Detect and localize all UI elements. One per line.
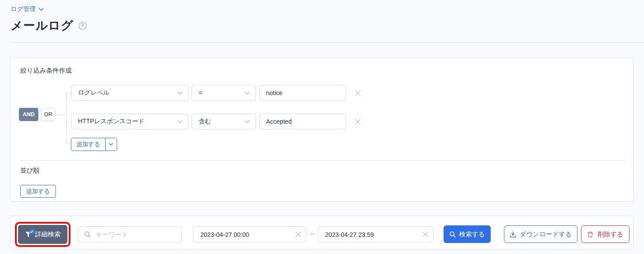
page-title: メールログ bbox=[11, 18, 74, 33]
clear-icon[interactable] bbox=[295, 232, 301, 237]
condition1-field-select[interactable]: ログレベル bbox=[71, 85, 189, 101]
date-from-input[interactable] bbox=[200, 231, 292, 239]
or-toggle-button[interactable]: OR bbox=[41, 108, 55, 121]
chevron-down-icon bbox=[178, 92, 182, 95]
breadcrumb-label: ログ管理 bbox=[11, 5, 36, 13]
add-condition-button[interactable]: 追加する bbox=[71, 138, 105, 151]
condition2-field-select[interactable]: HTTPレスポンスコード bbox=[71, 114, 189, 129]
tree-branch-add bbox=[66, 144, 71, 144]
tree-vertical-line bbox=[66, 93, 67, 144]
download-icon bbox=[510, 231, 516, 238]
search-toolbar: 詳細検索 ~ 検索する ダウンロードする bbox=[10, 216, 633, 250]
condition1-operator-value: = bbox=[199, 89, 202, 96]
search-icon bbox=[449, 231, 456, 238]
add-condition-caret-button[interactable] bbox=[105, 138, 117, 151]
add-condition-split-button: 追加する bbox=[71, 138, 117, 151]
tree-branch-row1 bbox=[66, 93, 71, 93]
chevron-down-icon bbox=[245, 120, 250, 123]
breadcrumb[interactable]: ログ管理 bbox=[11, 5, 44, 13]
delete-button[interactable]: 削除する bbox=[581, 225, 629, 243]
condition2-operator-select[interactable]: 含む bbox=[192, 114, 256, 129]
download-button[interactable]: ダウンロードする bbox=[504, 225, 577, 243]
chevron-down-icon bbox=[109, 143, 113, 146]
section-divider bbox=[20, 160, 625, 161]
chevron-down-icon bbox=[245, 92, 250, 95]
search-icon bbox=[84, 231, 91, 238]
keyword-input[interactable] bbox=[95, 231, 176, 239]
condition1-operator-select[interactable]: = bbox=[192, 85, 256, 101]
date-to-input[interactable] bbox=[324, 231, 420, 239]
tree-branch-logic bbox=[56, 114, 66, 115]
check-badge-icon bbox=[29, 229, 35, 235]
and-toggle-button[interactable]: AND bbox=[19, 108, 38, 121]
delete-button-label: 削除する bbox=[598, 230, 624, 239]
condition1-value-input[interactable] bbox=[259, 85, 346, 101]
download-button-label: ダウンロードする bbox=[520, 230, 572, 239]
sort-section-title: 並び順 bbox=[20, 166, 40, 175]
advanced-search-button[interactable]: 詳細検索 bbox=[18, 225, 67, 244]
condition1-remove-icon[interactable] bbox=[353, 88, 363, 98]
search-button[interactable]: 検索する bbox=[444, 225, 491, 243]
filter-panel: 絞り込み条件作成 AND OR ログレベル = HTTPレスポンスコード 含む bbox=[10, 57, 633, 202]
condition2-field-value: HTTPレスポンスコード bbox=[78, 118, 144, 125]
chevron-down-icon bbox=[39, 8, 44, 11]
condition2-operator-value: 含む bbox=[199, 118, 211, 125]
filter-funnel-icon bbox=[25, 232, 32, 238]
clear-icon[interactable] bbox=[422, 232, 428, 237]
header-divider bbox=[10, 42, 644, 43]
date-range-separator: ~ bbox=[306, 226, 318, 243]
title-row: メールログ ? bbox=[11, 18, 87, 33]
filter-panel-title: 絞り込み条件作成 bbox=[20, 66, 72, 75]
help-icon[interactable]: ? bbox=[78, 22, 87, 30]
tree-branch-row2 bbox=[66, 121, 71, 122]
date-from-field[interactable] bbox=[193, 226, 306, 243]
condition1-field-value: ログレベル bbox=[78, 89, 110, 97]
date-to-field[interactable] bbox=[318, 226, 433, 243]
keyword-search-field[interactable] bbox=[78, 226, 182, 243]
search-button-label: 検索する bbox=[459, 230, 485, 239]
chevron-down-icon bbox=[178, 120, 182, 123]
condition2-remove-icon[interactable] bbox=[353, 117, 363, 126]
add-sort-button[interactable]: 追加する bbox=[20, 185, 56, 198]
trash-icon bbox=[587, 231, 593, 238]
condition2-value-input[interactable] bbox=[259, 114, 346, 129]
red-highlight-annotation: 詳細検索 bbox=[15, 222, 70, 247]
advanced-search-label: 詳細検索 bbox=[35, 230, 61, 239]
